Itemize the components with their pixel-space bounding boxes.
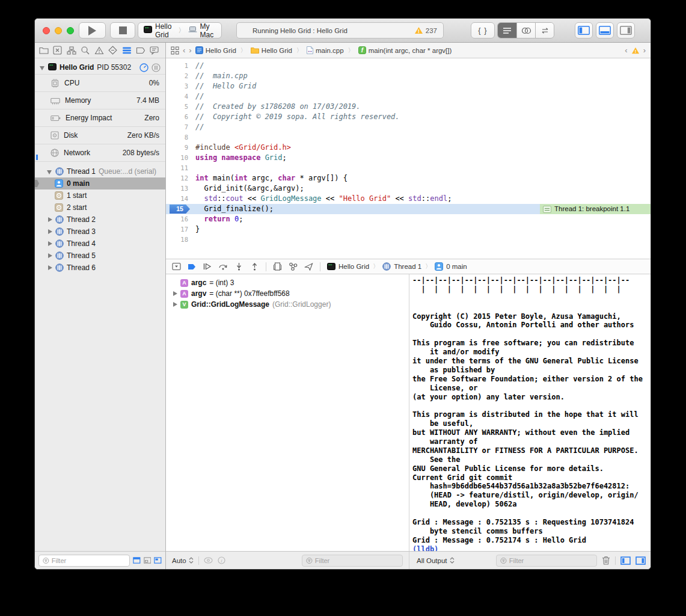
back-button[interactable]: ‹ — [183, 46, 185, 55]
breakpoint-badge[interactable]: 15 — [170, 205, 190, 214]
gauge-row-cpu[interactable]: CPU0% — [35, 74, 165, 91]
stop-button[interactable] — [110, 22, 135, 38]
assistant-editor-button[interactable] — [516, 23, 535, 38]
line-number[interactable]: 2 — [166, 71, 192, 81]
test-navigator-icon[interactable] — [108, 45, 118, 55]
console-output[interactable]: --|--|--|--|--|--|--|--|--|--|--|--|--|-… — [409, 274, 651, 551]
variables-view[interactable]: Aargc = (int) 3Aargv = (char **) 0x7ffee… — [166, 274, 409, 551]
zoom-button[interactable] — [67, 27, 74, 34]
variables-filter-input[interactable] — [315, 557, 399, 564]
line-number[interactable]: 12 — [166, 173, 192, 183]
version-editor-button[interactable] — [535, 23, 554, 38]
toggle-inspectors-button[interactable] — [617, 22, 635, 38]
related-items-icon[interactable] — [171, 46, 179, 55]
lldb-prompt[interactable]: (lldb) — [412, 545, 651, 551]
jump-bar-item[interactable]: Hello Grid — [195, 46, 236, 54]
symbol-navigator-icon[interactable] — [66, 45, 76, 55]
clear-console-trash-icon[interactable] — [602, 556, 610, 565]
line-number[interactable]: 13 — [166, 183, 192, 194]
stack-frame-row[interactable]: 1 start — [35, 189, 165, 202]
simulate-location-icon[interactable] — [304, 262, 313, 271]
line-number[interactable]: 3 — [166, 81, 192, 91]
thread-row[interactable]: Thread 3 — [35, 226, 165, 238]
forward-button[interactable]: › — [189, 46, 191, 55]
variables-scope-popup[interactable]: Auto — [172, 557, 194, 564]
warning-count-badge[interactable]: ! 237 — [414, 26, 437, 34]
gauge-indicator-icon[interactable] — [139, 63, 149, 72]
thread-row[interactable]: Thread 6 — [35, 262, 165, 274]
step-into-icon[interactable] — [234, 262, 243, 271]
debug-navigator-icon[interactable] — [121, 45, 132, 55]
issue-navigator-icon[interactable] — [94, 45, 104, 55]
source-control-navigator-icon[interactable] — [52, 45, 63, 55]
jump-bar-item[interactable]: fmain(int argc, char * argv[]) — [358, 46, 452, 54]
disclosure-triangle-icon[interactable] — [47, 229, 52, 235]
line-number[interactable]: 6 — [166, 112, 192, 122]
line-number[interactable]: 7 — [166, 122, 192, 132]
memory-graph-icon[interactable] — [289, 262, 298, 271]
gauge-row-energy[interactable]: Energy ImpactZero — [35, 109, 165, 126]
minimize-button[interactable] — [55, 27, 62, 34]
view-hierarchy-icon[interactable] — [273, 262, 282, 271]
line-number[interactable]: 4 — [166, 91, 192, 102]
line-number[interactable]: 5 — [166, 102, 192, 112]
variables-filter-field[interactable] — [302, 555, 403, 567]
debug-filter-flag-icon[interactable] — [133, 556, 141, 564]
toggle-variables-view-icon[interactable] — [620, 556, 631, 565]
gauge-row-memory[interactable]: Memory7.4 MB — [35, 91, 165, 109]
hide-debug-area-icon[interactable] — [172, 262, 181, 271]
variable-row[interactable]: Aargc = (int) 3 — [166, 277, 409, 288]
step-out-icon[interactable] — [250, 262, 259, 271]
disclosure-triangle-icon[interactable] — [47, 241, 52, 247]
quicklook-eye-icon[interactable] — [204, 557, 213, 564]
scheme-selector[interactable]: Hello Grid 〉 My Mac — [138, 22, 222, 38]
issue-warning-icon[interactable]: ! — [631, 47, 640, 54]
jump-bar-item[interactable]: Hello Grid — [251, 47, 292, 54]
line-number[interactable]: 17 — [166, 224, 192, 235]
console-scope-popup[interactable]: All Output — [417, 557, 455, 564]
variable-row[interactable]: Aargv = (char **) 0x7ffeefbff568 — [166, 288, 409, 299]
next-issue-button[interactable]: › — [643, 46, 646, 55]
view-options-icon[interactable] — [152, 63, 161, 72]
line-number[interactable]: 8 — [166, 132, 192, 143]
thread-row[interactable]: Thread 5 — [35, 250, 165, 262]
gauge-row-disk[interactable]: DiskZero KB/s — [35, 126, 165, 144]
variable-row[interactable]: VGrid::GridLogMessage (Grid::GridLogger) — [166, 299, 409, 310]
disclosure-triangle-icon[interactable] — [172, 302, 177, 307]
console-filter-field[interactable] — [496, 555, 597, 567]
debug-navigator-list[interactable]: Hello Grid PID 55302 CPU0%Memory7.4 MBEn… — [35, 58, 165, 551]
info-icon[interactable]: i — [218, 556, 225, 564]
report-navigator-icon[interactable] — [149, 45, 159, 55]
navigator-filter-field[interactable] — [38, 555, 130, 567]
disclosure-triangle-icon[interactable] — [172, 291, 177, 297]
console-filter-input[interactable] — [509, 557, 593, 564]
process-row[interactable]: Hello Grid PID 55302 — [35, 61, 165, 74]
stack-frame-row[interactable]: 0 main — [35, 177, 165, 189]
previous-issue-button[interactable]: ‹ — [625, 46, 627, 55]
line-number[interactable]: 10 — [166, 153, 192, 163]
line-number[interactable]: 9 — [166, 143, 192, 153]
toggle-debug-area-button[interactable] — [596, 22, 614, 38]
line-number[interactable]: 1 — [166, 61, 192, 71]
step-over-icon[interactable] — [218, 262, 228, 271]
library-button[interactable]: { } — [471, 22, 495, 38]
gauge-row-network[interactable]: Network208 bytes/s — [35, 144, 165, 161]
disclosure-triangle-icon[interactable] — [47, 265, 52, 271]
find-navigator-icon[interactable] — [80, 45, 90, 55]
debug-filter-view-icon[interactable] — [154, 556, 162, 564]
stack-frame-row[interactable]: 2 start — [35, 202, 165, 214]
line-number[interactable]: 15 — [166, 204, 192, 214]
disclosure-triangle-icon[interactable] — [40, 65, 45, 70]
close-button[interactable] — [43, 27, 50, 34]
project-navigator-icon[interactable] — [38, 45, 49, 55]
line-number[interactable]: 14 — [166, 194, 192, 204]
breakpoint-annotation[interactable]: Thread 1: breakpoint 1.1 — [540, 204, 651, 214]
thread-row[interactable]: Thread 4 — [35, 238, 165, 250]
navigator-filter-input[interactable] — [52, 557, 126, 564]
disclosure-triangle-icon[interactable] — [47, 217, 52, 223]
line-number[interactable]: 18 — [166, 235, 192, 245]
disclosure-triangle-icon[interactable] — [47, 253, 52, 259]
source-editor[interactable]: 1//2// main.cpp3// Hello Grid4//5// Crea… — [166, 58, 651, 259]
thread-row[interactable]: Thread 1Queue:...d (serial) — [35, 165, 165, 177]
run-button[interactable] — [79, 22, 106, 38]
